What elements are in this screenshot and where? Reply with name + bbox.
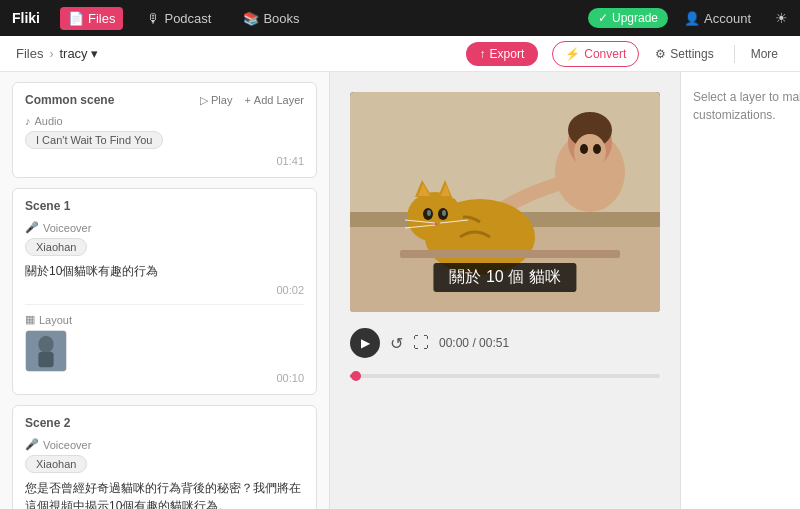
svg-point-25 <box>593 144 601 154</box>
svg-point-10 <box>407 192 463 242</box>
gear-icon: ⚙ <box>655 47 666 61</box>
left-panel: Common scene ▷ Play + Add Layer ♪ Audio … <box>0 72 330 509</box>
export-button[interactable]: ↑ Export <box>466 42 539 66</box>
check-icon: ✓ <box>598 11 608 25</box>
top-nav: Fliki 📄 Files 🎙 Podcast 📚 Books ✓ Upgrad… <box>0 0 800 36</box>
rewind-button[interactable]: ↺ <box>390 334 403 353</box>
svg-point-1 <box>38 336 53 353</box>
play-button[interactable]: ▷ Play <box>200 94 232 107</box>
scene1-layout-timestamp: 00:10 <box>25 372 304 384</box>
center-panel: 關於 10 個 貓咪 ▶ ↺ ⛶ 00:00 / 00:51 <box>330 72 680 509</box>
common-scene-card: Common scene ▷ Play + Add Layer ♪ Audio … <box>12 82 317 178</box>
scene1-title: Scene 1 <box>25 199 70 213</box>
video-controls: ▶ ↺ ⛶ 00:00 / 00:51 <box>350 328 660 358</box>
scene2-title: Scene 2 <box>25 416 70 430</box>
svg-rect-26 <box>400 250 620 258</box>
export-label: Export <box>490 47 525 61</box>
svg-rect-2 <box>38 352 53 367</box>
breadcrumb-current[interactable]: tracy ▾ <box>59 46 97 61</box>
audio-section-label: ♪ Audio <box>25 115 304 127</box>
svg-point-24 <box>580 144 588 154</box>
scene1-text: 關於10個貓咪有趣的行為 <box>25 262 304 280</box>
books-icon: 📚 <box>243 11 259 26</box>
common-scene-title: Common scene <box>25 93 114 107</box>
scene1-layout-thumb[interactable] <box>25 330 67 372</box>
nav-podcast-label: Podcast <box>164 11 211 26</box>
plus-icon: + <box>244 94 250 106</box>
play-triangle-icon: ▶ <box>361 336 370 350</box>
layout-thumbnail-image <box>26 331 66 371</box>
nav-item-files[interactable]: 📄 Files <box>60 7 123 30</box>
upgrade-button[interactable]: ✓ Upgrade <box>588 8 668 28</box>
time-display: 00:00 / 00:51 <box>439 336 509 350</box>
settings-button[interactable]: ⚙ Settings <box>645 42 723 66</box>
right-panel-hint: Select a layer to make customizations. <box>693 88 800 124</box>
scene2-text: 您是否曾經好奇過貓咪的行為背後的秘密？我們將在這個視頻中揭示10個有趣的貓咪行為… <box>25 479 304 509</box>
time-total: 00:51 <box>479 336 509 350</box>
layout-icon: ▦ <box>25 313 35 326</box>
scene2-speaker-pill[interactable]: Xiaohan <box>25 455 87 473</box>
music-icon: ♪ <box>25 115 31 127</box>
play-pause-button[interactable]: ▶ <box>350 328 380 358</box>
svg-point-23 <box>574 134 606 170</box>
mic-icon: 🎤 <box>25 221 39 234</box>
files-icon: 📄 <box>68 11 84 26</box>
progress-handle[interactable] <box>351 371 361 381</box>
toolbar-divider <box>734 45 735 63</box>
convert-icon: ⚡ <box>565 47 580 61</box>
scene1-layout-section: ▦ Layout 00:10 <box>25 304 304 384</box>
common-scene-actions: ▷ Play + Add Layer <box>200 94 304 107</box>
convert-button[interactable]: ⚡ Convert <box>552 41 639 67</box>
settings-label: Settings <box>670 47 713 61</box>
nav-item-books[interactable]: 📚 Books <box>235 7 307 30</box>
podcast-icon: 🎙 <box>147 11 160 26</box>
scene2-header: Scene 2 <box>25 416 304 430</box>
video-progress-bar[interactable] <box>350 374 660 378</box>
breadcrumb-separator: › <box>49 47 53 61</box>
scene2-voiceover-label: 🎤 Voiceover <box>25 438 304 451</box>
scene1-speaker-pill[interactable]: Xiaohan <box>25 238 87 256</box>
convert-label: Convert <box>584 47 626 61</box>
breadcrumb-current-label: tracy <box>59 46 87 61</box>
add-layer-button[interactable]: + Add Layer <box>244 94 304 106</box>
expand-icon: ⛶ <box>413 334 429 352</box>
video-player: 關於 10 個 貓咪 <box>350 92 660 312</box>
account-button[interactable]: 👤 Account <box>684 11 751 26</box>
svg-point-18 <box>442 210 446 216</box>
breadcrumb-bar: Files › tracy ▾ ↑ Export ⚡ Convert ⚙ Set… <box>0 36 800 72</box>
account-label: Account <box>704 11 751 26</box>
scene1-timestamp: 00:02 <box>25 284 304 296</box>
nav-item-podcast[interactable]: 🎙 Podcast <box>139 7 219 30</box>
right-panel: Select a layer to make customizations. <box>680 72 800 509</box>
scene1-card: Scene 1 🎤 Voiceover Xiaohan 關於10個貓咪有趣的行為… <box>12 188 317 395</box>
scene1-header: Scene 1 <box>25 199 304 213</box>
upload-icon: ↑ <box>480 47 486 61</box>
scene2-card: Scene 2 🎤 Voiceover Xiaohan 您是否曾經好奇過貓咪的行… <box>12 405 317 509</box>
mic2-icon: 🎤 <box>25 438 39 451</box>
rewind-icon: ↺ <box>390 334 403 353</box>
more-button[interactable]: More <box>745 42 784 66</box>
app-logo: Fliki <box>12 10 40 26</box>
breadcrumb-root[interactable]: Files <box>16 46 43 61</box>
fullscreen-button[interactable]: ⛶ <box>413 334 429 352</box>
upgrade-label: Upgrade <box>612 11 658 25</box>
nav-books-label: Books <box>263 11 299 26</box>
user-icon: 👤 <box>684 11 700 26</box>
scene1-voiceover-label: 🎤 Voiceover <box>25 221 304 234</box>
nav-files-label: Files <box>88 11 115 26</box>
chevron-down-icon: ▾ <box>91 46 98 61</box>
scene1-layout-label: ▦ Layout <box>25 313 304 326</box>
more-label: More <box>751 47 778 61</box>
video-overlay-text: 關於 10 個 貓咪 <box>433 263 576 292</box>
time-current: 00:00 <box>439 336 469 350</box>
play-icon: ▷ <box>200 94 208 107</box>
main-layout: Common scene ▷ Play + Add Layer ♪ Audio … <box>0 72 800 509</box>
svg-point-17 <box>427 210 431 216</box>
common-scene-header: Common scene ▷ Play + Add Layer <box>25 93 304 107</box>
audio-track-pill[interactable]: I Can't Wait To Find You <box>25 131 163 149</box>
theme-toggle-button[interactable]: ☀ <box>775 10 788 26</box>
common-scene-timestamp: 01:41 <box>25 155 304 167</box>
